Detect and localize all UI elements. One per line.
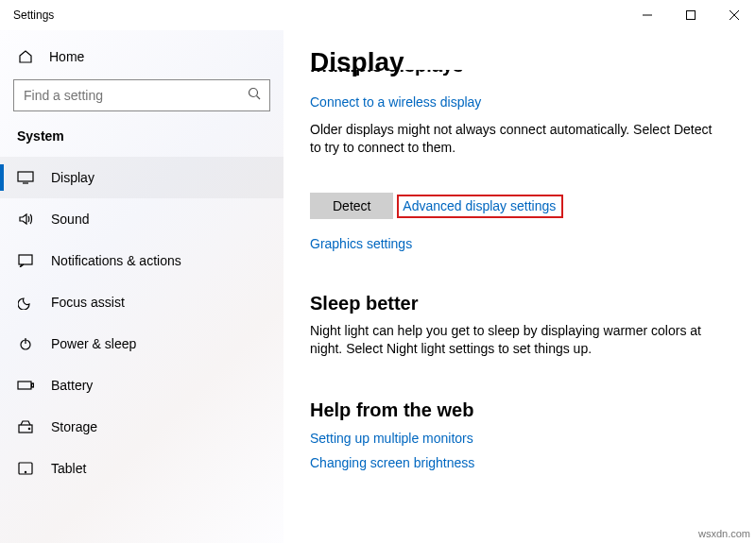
search-input[interactable] (13, 79, 270, 111)
svg-rect-11 (18, 382, 31, 389)
advanced-display-settings-link[interactable]: Advanced display settings (403, 198, 556, 213)
detect-button[interactable]: Detect (310, 193, 393, 219)
truncated-section-heading: multiple displays (310, 70, 730, 81)
sleep-better-heading: Sleep better (310, 293, 730, 314)
sidebar-item-sound[interactable]: Sound (0, 198, 284, 240)
focus-icon (17, 294, 34, 311)
help-link-multiple-monitors[interactable]: Setting up multiple monitors (310, 431, 730, 446)
sidebar-item-label: Tablet (51, 461, 86, 476)
home-nav[interactable]: Home (0, 40, 284, 74)
watermark: wsxdn.com (698, 528, 750, 539)
sidebar-item-focus-assist[interactable]: Focus assist (0, 281, 284, 323)
sidebar-item-label: Sound (51, 212, 89, 227)
sidebar-item-tablet[interactable]: Tablet (0, 448, 284, 489)
search-container (13, 79, 270, 111)
display-icon (17, 169, 34, 186)
help-link-screen-brightness[interactable]: Changing screen brightness (310, 455, 730, 470)
sidebar-item-label: Focus assist (51, 295, 125, 310)
tablet-icon (17, 460, 34, 477)
sidebar-item-label: Power & sleep (51, 336, 136, 351)
sleep-better-text: Night light can help you get to sleep by… (310, 322, 716, 358)
older-displays-text: Older displays might not always connect … (310, 121, 716, 157)
sidebar-item-label: Notifications & actions (51, 253, 181, 268)
advanced-display-highlight: Advanced display settings (397, 195, 563, 218)
window-title: Settings (13, 8, 54, 22)
power-icon (17, 335, 34, 352)
nav-list: Display Sound Notifications & actions Fo… (0, 157, 284, 489)
sidebar-item-storage[interactable]: Storage (0, 406, 284, 448)
svg-rect-12 (32, 383, 34, 387)
svg-point-16 (25, 471, 26, 472)
sidebar-item-label: Battery (51, 378, 93, 393)
svg-rect-1 (687, 11, 696, 20)
notifications-icon (17, 252, 34, 269)
maximize-button[interactable] (669, 0, 713, 30)
svg-rect-6 (18, 172, 33, 181)
title-bar: Settings (0, 0, 756, 30)
content-pane: Display multiple displays Connect to a w… (284, 30, 756, 543)
home-icon (17, 49, 34, 64)
help-links: Setting up multiple monitors Changing sc… (310, 431, 730, 470)
svg-point-14 (28, 428, 29, 429)
sidebar-item-label: Display (51, 170, 94, 185)
sidebar-item-notifications[interactable]: Notifications & actions (0, 240, 284, 281)
home-label: Home (49, 49, 84, 64)
sidebar-item-display[interactable]: Display (0, 157, 284, 198)
minimize-button[interactable] (626, 0, 669, 30)
graphics-settings-link[interactable]: Graphics settings (310, 236, 412, 251)
close-button[interactable] (713, 0, 756, 30)
storage-icon (17, 418, 34, 435)
connect-wireless-display-link[interactable]: Connect to a wireless display (310, 94, 481, 110)
battery-icon (17, 377, 34, 394)
window-controls (626, 0, 756, 30)
sidebar-item-power-sleep[interactable]: Power & sleep (0, 323, 284, 365)
sidebar-item-label: Storage (51, 419, 97, 434)
section-label: System (0, 125, 284, 157)
sidebar: Home System Display Sound Notifications … (0, 30, 284, 543)
sound-icon (17, 211, 34, 228)
svg-rect-8 (19, 255, 32, 264)
help-from-web-heading: Help from the web (310, 399, 730, 421)
sidebar-item-battery[interactable]: Battery (0, 365, 284, 406)
